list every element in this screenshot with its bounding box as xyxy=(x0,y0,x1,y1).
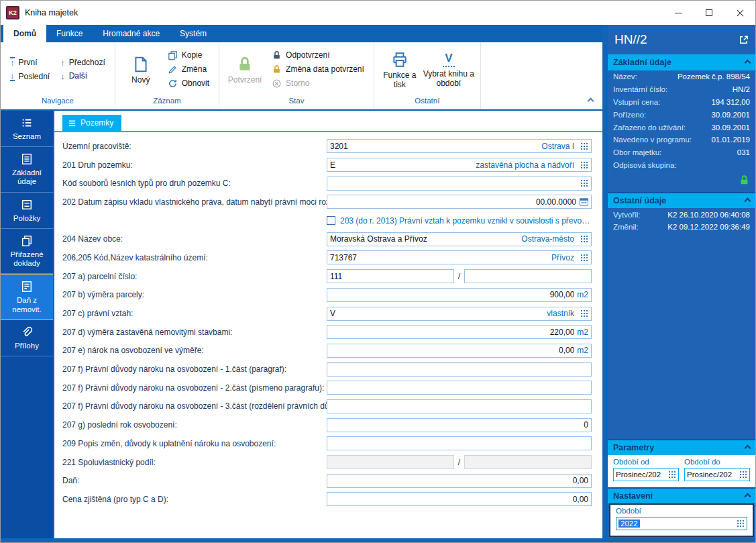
sidebar-item-polozky[interactable]: Položky xyxy=(1,193,53,229)
checkbox-label[interactable]: 203 (do r. 2013) Právní vztah k pozemku … xyxy=(340,216,592,226)
close-button[interactable] xyxy=(724,1,755,25)
unconfirm-button[interactable]: Odpotvrzení xyxy=(266,48,370,62)
printer-icon xyxy=(391,51,409,68)
refresh-button[interactable]: Obnovit xyxy=(162,77,215,91)
refresh-icon xyxy=(168,79,178,89)
form-icon xyxy=(21,153,33,165)
uzemni-pracoviste-field[interactable]: 3201Ostrava I xyxy=(327,139,592,153)
selected-text: 2022 xyxy=(618,520,640,528)
group-label-navigace: Navigace xyxy=(1,95,115,109)
new-button[interactable]: Nový xyxy=(119,52,162,87)
collapse-chevron-icon xyxy=(745,197,751,204)
pravni-vztah-field[interactable]: Vvlastník xyxy=(327,307,592,321)
minimize-button[interactable] xyxy=(663,1,694,25)
obdobi-label: Období xyxy=(616,507,747,515)
spoluvlastnicky-podil-field-2 xyxy=(464,455,592,469)
dropdown-grid-icon[interactable] xyxy=(580,179,588,187)
dropdown-grid-icon[interactable] xyxy=(668,471,676,479)
copy-icon xyxy=(168,50,178,60)
info-panel: HN//2 Základní údaje Název:Pozemek č.p. … xyxy=(608,25,755,538)
datum-zapisu-field[interactable]: 00.00.0000 xyxy=(327,195,592,209)
field-label: 207 a) parcelní číslo: xyxy=(62,272,327,281)
duvody-2-field[interactable] xyxy=(327,381,592,395)
ribbon: ↑ První ↓ Poslední ↑ Předchozí xyxy=(1,42,602,109)
panel-empty-area xyxy=(608,234,755,439)
copy-button[interactable]: Kopie xyxy=(162,48,215,62)
cena-zjistena-field[interactable]: 0,00 xyxy=(327,492,592,506)
lock-status-icon xyxy=(739,175,750,186)
window-bottom-border xyxy=(1,538,755,542)
duvody-1-field[interactable] xyxy=(327,362,592,377)
dropdown-grid-icon[interactable] xyxy=(580,142,588,150)
parcelni-cislo-field-2[interactable] xyxy=(464,269,592,283)
pozemky-form: Územní pracoviště: 3201Ostrava I 201 Dru… xyxy=(54,132,602,538)
dropdown-grid-icon[interactable] xyxy=(739,471,747,479)
katastralni-uzemi-field[interactable]: 713767Přívoz xyxy=(327,250,592,264)
sidebar-item-prilohy[interactable]: Přílohy xyxy=(1,320,53,356)
collapse-chevron-icon xyxy=(745,59,751,66)
sidebar-item-zakladni-udaje[interactable]: Základní údaje xyxy=(1,147,53,192)
titlebar: K2 Kniha majetek xyxy=(1,1,755,25)
tab-pozemky[interactable]: Pozemky xyxy=(62,115,121,131)
narok-osvobozeni-field[interactable]: 0,00m2 xyxy=(327,344,592,358)
change-confirm-date-button[interactable]: Změna data potvrzení xyxy=(266,62,370,77)
items-icon xyxy=(21,199,33,211)
ribbon-collapse-chevron-icon[interactable] xyxy=(588,98,594,105)
field-label: 207 f) Právní důvody nároku na osvobozen… xyxy=(62,364,327,374)
maximize-button[interactable] xyxy=(694,1,724,25)
dropdown-grid-icon[interactable] xyxy=(580,235,588,243)
dropdown-grid-icon[interactable] xyxy=(580,254,588,262)
vymera-parcely-field[interactable]: 900,00m2 xyxy=(327,288,592,302)
field-label: 221 Spoluvlastnický podíl: xyxy=(62,458,327,467)
posledni-rok-field[interactable]: 0 xyxy=(327,418,592,432)
nazev-obce-field[interactable]: Moravská Ostrava a PřívozOstrava-město xyxy=(327,232,592,246)
panel-row: Pořízeno:30.09.2001 xyxy=(608,108,755,121)
dropdown-grid-icon[interactable] xyxy=(737,520,745,528)
section-header-ostatni-udaje[interactable]: Ostatní údaje xyxy=(608,192,755,208)
change-button[interactable]: Změna xyxy=(162,62,215,77)
dropdown-grid-icon[interactable] xyxy=(580,161,588,169)
sidebar-item-seznam[interactable]: Seznam xyxy=(1,111,53,147)
duvody-3-field[interactable] xyxy=(327,399,592,413)
obdobi-od-dropdown[interactable]: Prosinec/202 xyxy=(613,468,679,481)
confirm-button: Potvrzení xyxy=(223,52,266,87)
dan-field[interactable]: 0,00 xyxy=(327,474,592,488)
sidebar-item-dan-z-nemovitosti[interactable]: Daň z nemovit. xyxy=(1,274,53,319)
druh-pozemku-field[interactable]: Ezastavěná plocha a nádvoří xyxy=(327,158,592,172)
tab-funkce[interactable]: Funkce xyxy=(46,25,93,42)
slash-separator: / xyxy=(458,458,460,467)
kod-lesnich-typu-field[interactable] xyxy=(327,177,592,191)
sidebar-item-prirazene-doklady[interactable]: Přiřazené doklady xyxy=(1,229,53,274)
open-in-window-icon[interactable] xyxy=(739,35,749,45)
parcelni-cislo-field-1[interactable]: 111 xyxy=(327,269,454,283)
tab-domu[interactable]: Domů xyxy=(3,25,46,42)
next-button[interactable]: ↓ Další xyxy=(55,69,111,83)
previous-button[interactable]: ↑ Předchozí xyxy=(55,56,111,69)
tab-hromadne-akce[interactable]: Hromadné akce xyxy=(93,25,170,42)
functions-print-button[interactable]: Funkce a tisk xyxy=(378,47,421,91)
vymera-zastavena-field[interactable]: 220,00m2 xyxy=(327,325,592,339)
section-header-parametry[interactable]: Parametry xyxy=(608,439,755,455)
panel-row: Inventární číslo:HN/2 xyxy=(608,83,755,96)
minimize-icon xyxy=(675,13,682,13)
window-controls xyxy=(663,1,755,25)
documents-icon xyxy=(21,235,33,247)
field-label: 207 g) poslední rok osvobození: xyxy=(62,420,327,430)
panel-row: Navedeno v programu:01.01.2019 xyxy=(608,134,755,146)
pravni-vztah-checkbox[interactable] xyxy=(327,216,335,225)
last-button[interactable]: ↓ Poslední xyxy=(5,69,55,83)
obdobi-do-dropdown[interactable]: Prosinec/202 xyxy=(684,468,750,481)
obdobi-do-label: Období do xyxy=(684,458,750,466)
calendar-icon[interactable] xyxy=(580,197,588,206)
panel-splitter[interactable] xyxy=(602,25,608,538)
section-header-nastaveni[interactable]: Nastavení xyxy=(608,487,755,503)
popis-zmen-field[interactable] xyxy=(327,436,592,450)
first-button[interactable]: ↑ První xyxy=(5,55,55,69)
ribbon-group-stav: Potvrzení Odpotvrzení Změna data potvrze… xyxy=(219,42,374,109)
select-book-period-button[interactable]: V Vybrat knihu a období xyxy=(421,48,476,89)
tab-system[interactable]: Systém xyxy=(170,25,217,42)
dropdown-grid-icon[interactable] xyxy=(580,309,588,317)
section-header-zakladni-udaje[interactable]: Základní údaje xyxy=(608,54,755,70)
obdobi-input[interactable]: 2022 xyxy=(616,517,747,530)
maximize-icon xyxy=(706,9,712,16)
